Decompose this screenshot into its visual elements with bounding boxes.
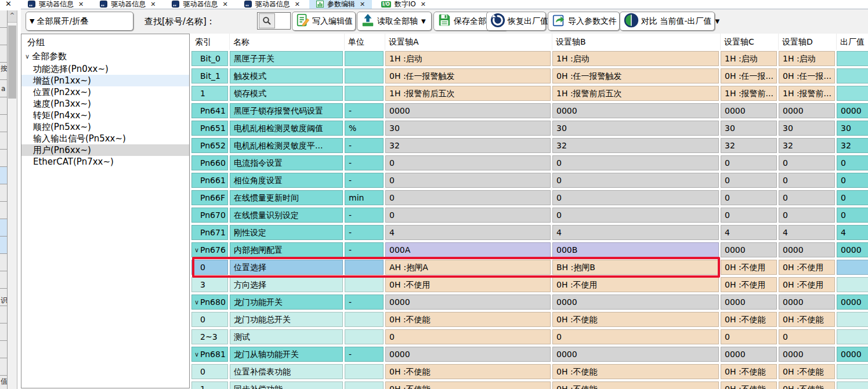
cell-axis-c-value[interactable]: 0000 bbox=[721, 347, 777, 362]
cell-axis-b-value[interactable]: 0H :不使能 bbox=[552, 381, 719, 389]
cell-axis-d-value[interactable]: 4 bbox=[779, 225, 835, 240]
sidebar-item-功能选择(Pn0xx~)[interactable]: 功能选择(Pn0xx~) bbox=[21, 63, 189, 75]
cell-axis-d-value[interactable]: 1H :报警前... bbox=[779, 86, 835, 101]
cell-axis-a-value[interactable]: 0H :不使能 bbox=[385, 364, 551, 379]
column-header-单位[interactable]: 单位 bbox=[345, 34, 385, 50]
cell-axis-c-value[interactable]: 0 bbox=[721, 190, 777, 205]
cell-axis-c-value[interactable]: 0000 bbox=[721, 242, 777, 257]
cell-axis-c-value[interactable]: 30 bbox=[721, 121, 777, 136]
table-row[interactable]: 0龙门功能总开关0H :不使能0H :不使能0H :不使能0H :不使能 bbox=[191, 311, 868, 328]
table-row[interactable]: 0位置补偿表功能0H :不使能0H :不使能0H :不使能0H :不使能 bbox=[191, 363, 868, 380]
sidebar-item-位置(Pn2xx~)[interactable]: 位置(Pn2xx~) bbox=[21, 86, 189, 98]
table-row[interactable]: 0位置选择AH :抱闸ABH :抱闸B0H :不使用0H :不使用 bbox=[191, 259, 868, 276]
cell-axis-b-value[interactable]: 0 bbox=[552, 173, 719, 188]
cell-axis-a-value[interactable]: 0H :任一报警触发 bbox=[385, 68, 551, 83]
cell-axis-d-value[interactable]: 0000 bbox=[779, 295, 835, 310]
cell-axis-d-value[interactable]: 0 bbox=[779, 155, 835, 170]
cell-axis-d-value[interactable]: 30 bbox=[779, 121, 835, 136]
cell-axis-c-value[interactable]: 0H :不使能 bbox=[721, 381, 777, 389]
sidebar-item-增益(Pn1xx~)[interactable]: 增益(Pn1xx~) bbox=[21, 75, 189, 86]
cell-axis-b-value[interactable]: 0000 bbox=[552, 295, 719, 310]
table-row[interactable]: ∨Pn681龙门从轴功能开关-00000000000000000000 bbox=[191, 346, 868, 363]
cell-axis-b-value[interactable]: BH :抱闸B bbox=[552, 260, 719, 275]
close-icon[interactable]: ✕ bbox=[5, 0, 12, 8]
cell-axis-d-value[interactable]: 0H :不使能 bbox=[779, 364, 835, 379]
column-header-名称[interactable]: 名称 bbox=[230, 34, 345, 50]
cell-axis-c-value[interactable]: 0H :不使用 bbox=[721, 277, 777, 292]
row-expand-caret-icon[interactable]: ∨ bbox=[193, 347, 200, 362]
cell-axis-a-value[interactable]: 0000 bbox=[385, 103, 551, 118]
sidebar-item-速度(Pn3xx~)[interactable]: 速度(Pn3xx~) bbox=[21, 98, 189, 110]
cell-axis-c-value[interactable]: 1H :启动 bbox=[721, 51, 777, 66]
cell-axis-d-value[interactable]: 0 bbox=[779, 329, 835, 344]
cell-axis-d-value[interactable]: 32 bbox=[779, 138, 835, 153]
cell-axis-d-value[interactable]: 0H :不使用 bbox=[779, 260, 835, 275]
column-header-设置轴D[interactable]: 设置轴D bbox=[779, 34, 837, 50]
cell-axis-b-value[interactable]: 0000 bbox=[552, 103, 719, 118]
cell-axis-b-value[interactable]: 0000 bbox=[552, 347, 719, 362]
row-expand-caret-icon[interactable]: ∨ bbox=[193, 295, 200, 310]
tab-驱动器信息-2[interactable]: 驱动器信息✕ bbox=[165, 0, 234, 9]
sidebar-item-转矩(Pn4xx~)[interactable]: 转矩(Pn4xx~) bbox=[21, 110, 189, 121]
compare-values-button[interactable]: 对比 当前值-出厂值 ▼ bbox=[620, 12, 715, 31]
sidebar-root-all-parameters[interactable]: ∨ 全部参数 bbox=[21, 49, 189, 63]
cell-axis-b-value[interactable]: 0 bbox=[552, 329, 719, 344]
cell-axis-c-value[interactable]: 0H :不使能 bbox=[721, 364, 777, 379]
cell-axis-a-value[interactable]: 1H :启动 bbox=[385, 51, 551, 66]
cell-axis-c-value[interactable]: 4 bbox=[721, 225, 777, 240]
table-row[interactable]: Pn671刚性设定-44444 bbox=[191, 224, 868, 241]
table-row[interactable]: Bit_1触发模式0H :任一报警触发0H :任一报警触发0H :任一报...0… bbox=[191, 67, 868, 85]
cell-axis-b-value[interactable]: 32 bbox=[552, 138, 719, 153]
sidebar-item-顺控(Pn5xx~)[interactable]: 顺控(Pn5xx~) bbox=[21, 121, 189, 133]
cell-axis-b-value[interactable]: 0H :任一报警触发 bbox=[552, 68, 719, 83]
sidebar-item-输入输出信号(Pn5xx~)[interactable]: 输入输出信号(Pn5xx~) bbox=[21, 133, 189, 144]
table-row[interactable]: 1锁存模式1H :报警前后五次1H :报警前后五次1H :报警前...1H :报… bbox=[191, 85, 868, 102]
cell-axis-c-value[interactable]: 1H :报警前... bbox=[721, 86, 777, 101]
column-header-索引[interactable]: 索引 bbox=[191, 34, 230, 50]
table-row[interactable]: Pn670在线惯量识别设定-00000 bbox=[191, 206, 868, 224]
sidebar-item-EtherCAT(Pn7xx~)[interactable]: EtherCAT(Pn7xx~) bbox=[21, 156, 189, 168]
table-row[interactable]: 1同步补偿功能0H :不使能0H :不使能0H :不使能0H :不使能 bbox=[191, 380, 868, 389]
table-row[interactable]: Pn66F在线惯量更新时间min00000 bbox=[191, 189, 868, 206]
restore-factory-button[interactable]: 恢复出厂值 bbox=[486, 12, 546, 31]
cell-axis-c-value[interactable]: 0 bbox=[721, 155, 777, 170]
cell-axis-b-value[interactable]: 0H :不使用 bbox=[552, 277, 719, 292]
cell-axis-a-value[interactable]: 0 bbox=[385, 173, 551, 188]
cell-axis-c-value[interactable]: 0H :任一报... bbox=[721, 68, 777, 83]
close-icon[interactable]: ✕ bbox=[222, 1, 227, 8]
column-header-设置轴C[interactable]: 设置轴C bbox=[721, 34, 779, 50]
close-icon[interactable]: ✕ bbox=[421, 1, 426, 8]
tab-驱动器信息-0[interactable]: 驱动器信息✕ bbox=[21, 0, 91, 9]
cell-axis-b-value[interactable]: 0 bbox=[552, 155, 719, 170]
cell-axis-a-value[interactable]: 0 bbox=[385, 329, 551, 344]
cell-axis-b-value[interactable]: 0 bbox=[552, 190, 719, 205]
search-icon[interactable] bbox=[259, 13, 275, 28]
cell-axis-c-value[interactable]: 0 bbox=[721, 329, 777, 344]
tab-参数编辑-4[interactable]: 参数编辑✕ bbox=[309, 0, 372, 9]
cell-axis-b-value[interactable]: 1H :报警前后五次 bbox=[552, 86, 719, 101]
table-row[interactable]: Pn661相位角度设置-00000 bbox=[191, 172, 868, 189]
column-header-设置轴A[interactable]: 设置轴A bbox=[385, 34, 552, 50]
column-header-出厂值[interactable]: 出厂值 bbox=[837, 34, 868, 50]
cell-axis-c-value[interactable]: 0 bbox=[721, 208, 777, 223]
search-input[interactable] bbox=[276, 13, 290, 28]
import-parameter-file-button[interactable]: 导入参数文件 bbox=[548, 12, 620, 31]
write-edit-values-button[interactable]: 写入编辑值 bbox=[292, 12, 356, 31]
cell-axis-a-value[interactable]: 000A bbox=[385, 242, 551, 257]
cell-axis-b-value[interactable]: 1H :启动 bbox=[552, 51, 719, 66]
scrollbar-thumb[interactable] bbox=[8, 26, 16, 99]
read-all-axes-button[interactable]: 读取全部轴 ▼ bbox=[357, 12, 432, 31]
close-icon[interactable]: ✕ bbox=[295, 1, 300, 8]
table-row[interactable]: Bit_0黑匣子开关1H :启动1H :启动1H :启动1H :启动 bbox=[191, 50, 868, 67]
cell-axis-d-value[interactable]: 0H :任一报... bbox=[779, 68, 835, 83]
cell-axis-d-value[interactable]: 0H :不使用 bbox=[779, 277, 835, 292]
sidebar-item-用户(Pn6xx~)[interactable]: 用户(Pn6xx~) bbox=[21, 144, 189, 156]
cell-axis-d-value[interactable]: 0000 bbox=[779, 242, 835, 257]
cell-axis-d-value[interactable]: 0000 bbox=[779, 347, 835, 362]
cell-axis-b-value[interactable]: 0H :不使能 bbox=[552, 364, 719, 379]
table-row[interactable]: Pn652电机乱相检测灵敏度平...-3232323232 bbox=[191, 137, 868, 154]
cell-axis-a-value[interactable]: 0 bbox=[385, 190, 551, 205]
vertical-scrollbar[interactable]: ^ bbox=[8, 10, 17, 389]
cell-axis-c-value[interactable]: 0H :不使用 bbox=[721, 260, 777, 275]
cell-axis-a-value[interactable]: 0H :不使能 bbox=[385, 381, 551, 389]
